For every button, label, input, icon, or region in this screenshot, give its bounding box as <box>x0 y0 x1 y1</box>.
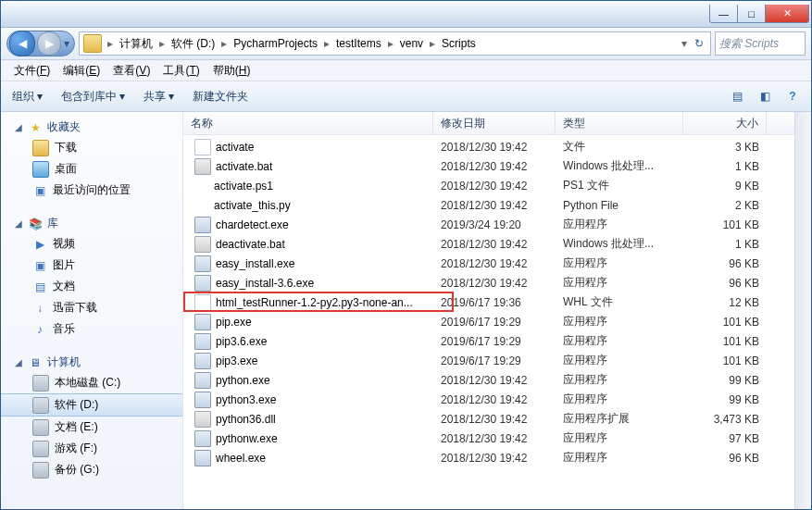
help-button[interactable]: ? <box>781 85 804 107</box>
breadcrumb-sep[interactable]: ▸ <box>105 37 116 50</box>
bc-computer[interactable]: 计算机 <box>116 36 156 52</box>
nav-downloads[interactable]: 下载 <box>1 137 182 158</box>
maximize-button[interactable]: □ <box>738 5 766 23</box>
nav-drive-c[interactable]: 本地磁盘 (C:) <box>1 372 182 393</box>
file-type: 应用程序 <box>556 372 683 388</box>
libraries-header[interactable]: ◢📚库 <box>1 214 182 233</box>
file-size: 3 KB <box>683 141 767 154</box>
new-folder-button[interactable]: 新建文件夹 <box>189 87 252 106</box>
file-size: 3,473 KB <box>683 413 767 426</box>
file-row[interactable]: html_testRunner-1.2-py2.py3-none-an...20… <box>183 292 811 312</box>
breadcrumb-sep[interactable]: ▸ <box>219 37 230 50</box>
col-type-header[interactable]: 类型 <box>556 112 683 134</box>
file-row[interactable]: activate_this.py2018/12/30 19:42Python F… <box>183 195 811 215</box>
file-list[interactable]: activate2018/12/30 19:42文件3 KBactivate.b… <box>183 135 811 509</box>
chevron-down-icon: ▾ <box>37 90 43 103</box>
view-mode-button[interactable]: ▤ <box>726 85 748 107</box>
nav-drive-f[interactable]: 游戏 (F:) <box>1 438 182 459</box>
toolbar: 组织 ▾ 包含到库中 ▾ 共享 ▾ 新建文件夹 ▤ ◧ ? <box>1 81 811 112</box>
bc-folder[interactable]: venv <box>396 37 427 50</box>
bc-folder[interactable]: testItems <box>332 37 385 50</box>
file-icon <box>194 430 211 447</box>
file-size: 12 KB <box>683 296 767 309</box>
breadcrumb-sep[interactable]: ▸ <box>156 37 168 50</box>
menu-help[interactable]: 帮助(H) <box>213 63 251 79</box>
file-row[interactable]: activate.ps12018/12/30 19:42PS1 文件9 KB <box>183 176 811 195</box>
file-row[interactable]: easy_install.exe2018/12/30 19:42应用程序96 K… <box>183 254 811 273</box>
breadcrumb-sep[interactable]: ▸ <box>427 37 438 50</box>
file-date: 2018/12/30 19:42 <box>433 199 556 212</box>
file-size: 1 KB <box>683 160 767 173</box>
nav-drive-d[interactable]: 软件 (D:) <box>1 393 182 417</box>
file-icon <box>194 314 211 330</box>
nav-pictures[interactable]: ▣图片 <box>1 255 182 276</box>
file-row[interactable]: python36.dll2018/12/30 19:42应用程序扩展3,473 … <box>183 409 811 429</box>
refresh-button[interactable]: ↻ <box>690 37 708 50</box>
breadcrumb-sep[interactable]: ▸ <box>321 37 332 50</box>
close-button[interactable]: ✕ <box>766 5 809 23</box>
minimize-button[interactable]: — <box>709 5 738 23</box>
file-row[interactable]: chardetect.exe2019/3/24 19:20应用程序101 KB <box>183 215 811 234</box>
breadcrumb-sep[interactable]: ▸ <box>385 37 396 50</box>
file-icon <box>194 392 211 408</box>
menu-file[interactable]: 文件(F) <box>14 63 50 79</box>
nav-desktop[interactable]: 桌面 <box>1 158 182 180</box>
file-row[interactable]: pip.exe2019/6/17 19:29应用程序101 KB <box>183 312 811 331</box>
bc-drive[interactable]: 软件 (D:) <box>168 36 219 52</box>
breadcrumb-dropdown[interactable]: ▾ <box>679 37 690 50</box>
col-name-header[interactable]: 名称 <box>183 112 433 134</box>
navigation-pane[interactable]: ◢★收藏夹 下载 桌面 ▣最近访问的位置 ◢📚库 ▶视频 ▣图片 ▤文档 ↓迅雷… <box>1 112 183 509</box>
file-row[interactable]: python.exe2018/12/30 19:42应用程序99 KB <box>183 370 811 390</box>
file-size: 97 KB <box>683 432 767 445</box>
bc-folder-current[interactable]: Scripts <box>438 37 480 50</box>
nav-thunder[interactable]: ↓迅雷下载 <box>1 297 182 318</box>
share-menu[interactable]: 共享 ▾ <box>140 87 178 106</box>
breadcrumb[interactable]: ▸ 计算机 ▸ 软件 (D:) ▸ PycharmProjects ▸ test… <box>79 31 711 56</box>
include-in-library[interactable]: 包含到库中 ▾ <box>57 87 129 106</box>
search-input[interactable]: 搜索 Scripts <box>715 31 806 56</box>
nav-documents[interactable]: ▤文档 <box>1 276 182 297</box>
nav-videos[interactable]: ▶视频 <box>1 233 182 255</box>
preview-pane-button[interactable]: ◧ <box>754 85 776 107</box>
bc-folder[interactable]: PycharmProjects <box>230 37 321 50</box>
col-size-header[interactable]: 大小 <box>683 112 767 134</box>
computer-header[interactable]: ◢🖥计算机 <box>1 353 182 372</box>
disk-icon <box>32 397 49 414</box>
file-type: 应用程序 <box>556 430 683 446</box>
favorites-header[interactable]: ◢★收藏夹 <box>1 118 182 137</box>
file-date: 2019/3/24 19:20 <box>433 218 556 231</box>
forward-button[interactable]: ▶ <box>37 31 61 56</box>
menu-edit[interactable]: 编辑(E) <box>63 63 100 79</box>
file-row[interactable]: deactivate.bat2018/12/30 19:42Windows 批处… <box>183 234 811 254</box>
folder-icon <box>83 34 102 53</box>
nav-recent[interactable]: ▣最近访问的位置 <box>1 180 182 201</box>
menu-view[interactable]: 查看(V) <box>113 63 150 79</box>
nav-button-group: ◀ ▶ ▾ <box>6 31 75 56</box>
file-row[interactable]: pythonw.exe2018/12/30 19:42应用程序97 KB <box>183 429 811 448</box>
video-icon: ▶ <box>32 237 47 252</box>
file-icon <box>194 217 211 233</box>
disk-icon <box>32 441 49 457</box>
computer-icon: 🖥 <box>28 355 43 370</box>
nav-drive-e[interactable]: 文档 (E:) <box>1 417 182 438</box>
back-button[interactable]: ◀ <box>9 31 35 56</box>
file-row[interactable]: easy_install-3.6.exe2018/12/30 19:42应用程序… <box>183 273 811 292</box>
file-row[interactable]: python3.exe2018/12/30 19:42应用程序99 KB <box>183 390 811 409</box>
file-row[interactable]: pip3.exe2019/6/17 19:29应用程序101 KB <box>183 351 811 370</box>
nav-drive-g[interactable]: 备份 (G:) <box>1 459 182 480</box>
file-row[interactable]: activate.bat2018/12/30 19:42Windows 批处理.… <box>183 156 811 176</box>
file-date: 2018/12/30 19:42 <box>433 238 556 251</box>
file-row[interactable]: pip3.6.exe2019/6/17 19:29应用程序101 KB <box>183 331 811 351</box>
file-size: 2 KB <box>683 199 767 212</box>
file-row[interactable]: wheel.exe2018/12/30 19:42应用程序96 KB <box>183 448 811 467</box>
file-type: 应用程序 <box>556 353 683 368</box>
menu-tools[interactable]: 工具(T) <box>163 63 199 79</box>
organize-menu[interactable]: 组织 ▾ <box>8 87 46 106</box>
nav-history-dropdown[interactable]: ▾ <box>61 37 72 50</box>
file-type: 应用程序 <box>556 275 683 291</box>
scrollbar[interactable] <box>794 112 811 509</box>
file-row[interactable]: activate2018/12/30 19:42文件3 KB <box>183 137 811 156</box>
nav-music[interactable]: ♪音乐 <box>1 318 182 340</box>
col-date-header[interactable]: 修改日期 <box>433 112 556 134</box>
thunder-icon: ↓ <box>32 301 47 316</box>
